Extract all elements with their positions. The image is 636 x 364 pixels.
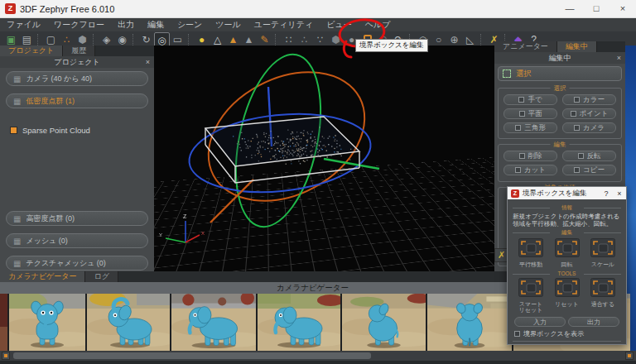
dialog-button-リセット[interactable]: リセット <box>551 278 584 314</box>
menu-item-ヘルプ[interactable]: ヘルプ <box>359 18 398 31</box>
checkbox-label: 境界ボックスを表示 <box>523 329 584 338</box>
edit-button-ポイント[interactable]: ポイント <box>562 108 616 119</box>
menu-item-ユーティリティ[interactable]: ユーティリティ <box>248 18 320 31</box>
scroll-right-button[interactable] <box>625 352 634 360</box>
edit-button-反転[interactable]: 反転 <box>562 151 616 161</box>
toolbar-separator <box>132 34 138 46</box>
horizontal-scrollbar[interactable] <box>0 351 636 361</box>
svg-text:Z: Z <box>183 213 187 219</box>
dialog-action-入力[interactable]: 入力 <box>514 317 566 327</box>
edit-button-カット[interactable]: カット <box>504 165 557 175</box>
project-item-textured-mesh[interactable]: ▦テクスチャメッシュ (0) <box>6 256 148 271</box>
project-item-dense-cloud[interactable]: ▦高密度点群 (0) <box>6 211 148 226</box>
toolbar-separator <box>480 34 486 46</box>
select-button-label: 選択 <box>516 69 532 79</box>
viewport-3d[interactable]: ZYX <box>154 46 494 271</box>
edit-button-コピー[interactable]: コピー <box>562 165 616 175</box>
legend-color-swatch <box>10 127 17 134</box>
dialog-button-適合する[interactable]: 適合する <box>586 278 619 314</box>
camera-thumbnail-rear[interactable] <box>427 294 512 351</box>
left-panel-tab[interactable]: 履歴 <box>63 46 95 56</box>
toolbar-separator <box>275 34 281 46</box>
menu-item-編集[interactable]: 編集 <box>141 18 171 31</box>
camera-thumbnail-rear-left[interactable] <box>342 294 426 351</box>
dialog-help-button[interactable]: ? <box>600 189 613 198</box>
right-panel-tab[interactable]: 編集中 <box>557 41 597 52</box>
titlebar: Z 3DF Zephyr Free 6.010 — □ × <box>0 0 636 18</box>
editing-panel-title: 編集中 <box>549 54 571 62</box>
menu-item-ファイル[interactable]: ファイル <box>0 18 47 31</box>
button-icon <box>571 111 576 117</box>
select-mode-button[interactable]: 選択 <box>498 66 622 81</box>
project-item-sparse-cloud[interactable]: ▦低密度点群 (1) <box>6 93 148 108</box>
project-item-camera[interactable]: ▦カメラ (40 から 40) <box>6 71 148 86</box>
dialog-titlebar[interactable]: Z 境界ボックスを編集 ? × <box>508 187 626 199</box>
mesh-icon: ▦ <box>13 237 21 246</box>
selection-rect-icon <box>503 69 511 78</box>
menu-item-ビュー[interactable]: ビュー <box>320 18 358 31</box>
edit-button-カメラ[interactable]: カメラ <box>562 122 616 133</box>
app-logo-icon: Z <box>5 3 16 14</box>
button-icon <box>519 111 525 117</box>
bracket-icon <box>555 278 580 297</box>
menu-item-ワークフロー[interactable]: ワークフロー <box>47 18 111 31</box>
sparse-cloud-icon: ▦ <box>13 97 21 106</box>
bottom-tab[interactable]: カメラナビゲーター <box>0 271 85 282</box>
menu-item-ツール[interactable]: ツール <box>209 18 247 31</box>
legend-sparse-point-cloud[interactable]: Sparse Point Cloud <box>10 126 90 135</box>
dialog-button-label: スマート リセット <box>514 301 547 314</box>
bracket-icon <box>555 238 580 257</box>
edit-button-削除[interactable]: 削除 <box>504 151 557 161</box>
edit-button-平面[interactable]: 平面 <box>504 108 557 119</box>
bracket-icon <box>590 278 615 297</box>
close-button[interactable]: × <box>610 0 636 18</box>
menu-item-出力[interactable]: 出力 <box>111 18 141 31</box>
application-window: Z 3DF Zephyr Free 6.010 — □ × ファイルワークフロー… <box>0 0 636 364</box>
left-panel-tab[interactable]: プロジェクト <box>0 46 63 56</box>
maximize-button[interactable]: □ <box>583 0 610 18</box>
menubar: ファイルワークフロー出力編集シーンツールユーティリティビューヘルプ <box>0 18 636 31</box>
menu-item-シーン[interactable]: シーン <box>171 18 209 31</box>
button-icon <box>574 97 580 103</box>
camera-thumbnail-side-left[interactable] <box>258 294 340 351</box>
dialog-close-button[interactable]: × <box>613 189 626 198</box>
dialog-title: 境界ボックスを編集 <box>523 189 600 199</box>
bounding-box-tooltip: 境界ボックスを編集 <box>355 39 428 52</box>
camera-thumbnail-sliver[interactable] <box>0 294 7 351</box>
dialog-button-label: リセット <box>551 301 584 308</box>
dialog-button-label: 適合する <box>586 301 619 308</box>
zephyr-logo-icon: Z <box>511 189 519 198</box>
scroll-left-button[interactable] <box>2 352 10 360</box>
dialog-button-スマート-リセット[interactable]: スマート リセット <box>514 278 547 314</box>
button-icon <box>578 153 584 159</box>
dialog-button-回転[interactable]: 回転 <box>551 238 584 268</box>
close-icon[interactable]: × <box>146 56 150 68</box>
dense-cloud-icon: ▦ <box>13 214 21 223</box>
dialog-button-平行移動[interactable]: 平行移動 <box>514 238 547 268</box>
show-bounding-box-checkbox[interactable]: 境界ボックスを表示 <box>514 329 621 338</box>
dialog-action-出力[interactable]: 出力 <box>568 317 619 327</box>
project-panel: プロジェクト履歴 プロジェクト × ▦カメラ (40 から 40)▦低密度点群 … <box>0 46 154 271</box>
transform-gizmo[interactable]: ZYX <box>154 46 494 271</box>
scrollbar-thumb[interactable] <box>13 352 371 359</box>
right-panel-tab[interactable]: アニメーター <box>494 41 557 52</box>
camera-thumbnail-trunk-up[interactable] <box>87 294 170 351</box>
camera-thumbnail-front[interactable] <box>9 294 85 351</box>
button-icon <box>519 153 525 159</box>
group-1: 編集削除反転カットコピー <box>498 144 622 182</box>
camera-thumbnail-side-left[interactable] <box>171 294 256 351</box>
toolbar-separator <box>93 34 99 46</box>
project-item-mesh[interactable]: ▦メッシュ (0) <box>6 233 148 248</box>
edit-button-カラー[interactable]: カラー <box>562 94 616 105</box>
button-icon <box>574 167 580 173</box>
checkbox-icon[interactable] <box>514 331 520 337</box>
edit-button-手で[interactable]: 手で <box>504 94 557 105</box>
legend-label: Sparse Point Cloud <box>22 126 90 135</box>
edit-button-三角形[interactable]: 三角形 <box>504 122 557 133</box>
edit-bounding-box-dialog: Z 境界ボックスを編集 ? × 情報 新規オブジェクトの作成時考慮される領域を平… <box>507 186 627 345</box>
dialog-button-スケール[interactable]: スケール <box>586 238 619 268</box>
bottom-tab[interactable]: ログ <box>85 271 118 282</box>
tools-group-label: TOOLS <box>513 271 621 276</box>
minimize-button[interactable]: — <box>556 0 583 18</box>
close-icon[interactable]: × <box>617 52 621 64</box>
